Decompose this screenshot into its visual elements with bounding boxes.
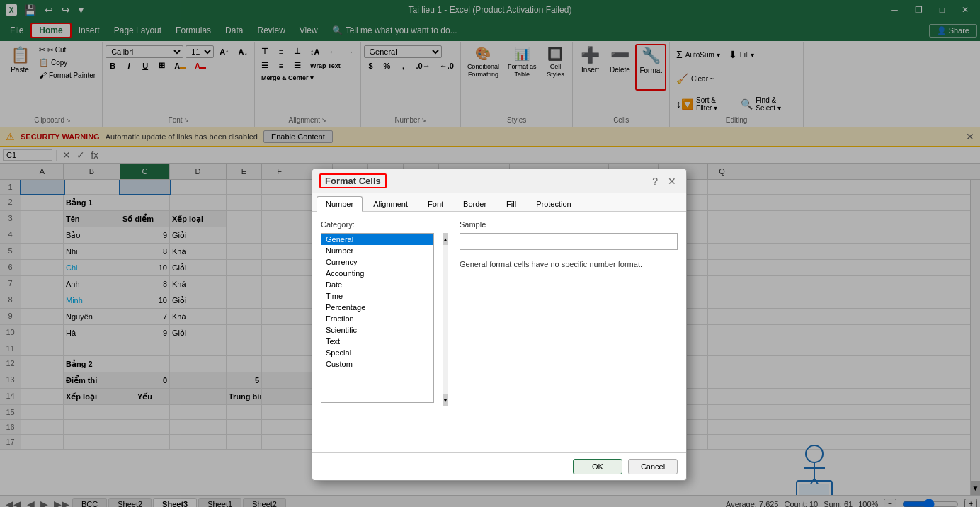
- sample-label: Sample: [460, 220, 678, 229]
- cat-item-percentage[interactable]: Percentage: [321, 302, 433, 313]
- cat-item-text[interactable]: Text: [321, 336, 433, 347]
- dialog-cancel-button[interactable]: Cancel: [628, 459, 678, 474]
- dialog-controls: ? ✕: [649, 174, 679, 188]
- category-label: Category:: [321, 220, 448, 229]
- dialog-footer: OK Cancel: [312, 452, 686, 480]
- cat-item-fraction[interactable]: Fraction: [321, 313, 433, 324]
- dialog-number-content: Category: General Number Currency Accoun…: [321, 220, 678, 418]
- dialog-title: Format Cells: [319, 173, 387, 188]
- cat-item-accounting[interactable]: Accounting: [321, 268, 433, 279]
- sample-box: [460, 233, 678, 250]
- format-details-panel: Sample General format cells have no spec…: [448, 220, 678, 418]
- dialog-title-bar: Format Cells ? ✕: [312, 169, 686, 193]
- cat-scroll-up[interactable]: ▲: [443, 234, 448, 245]
- format-description: General format cells have no specific nu…: [460, 258, 678, 270]
- dialog-body: Category: General Number Currency Accoun…: [312, 212, 686, 452]
- cat-scroll-down[interactable]: ▼: [443, 394, 448, 406]
- dialog-tab-fill[interactable]: Fill: [497, 196, 525, 211]
- category-list[interactable]: General Number Currency Accounting Date …: [321, 233, 434, 403]
- cat-item-number[interactable]: Number: [321, 245, 433, 256]
- cat-item-currency[interactable]: Currency: [321, 256, 433, 268]
- category-scrollbar[interactable]: ▲ ▼: [443, 233, 448, 406]
- category-list-wrapper: General Number Currency Accounting Date …: [321, 233, 448, 406]
- cat-item-custom[interactable]: Custom: [321, 358, 433, 370]
- cat-item-time[interactable]: Time: [321, 290, 433, 302]
- dialog-tab-alignment[interactable]: Alignment: [364, 196, 417, 211]
- cat-item-general[interactable]: General: [321, 234, 433, 245]
- dialog-close-button[interactable]: ✕: [665, 174, 679, 188]
- dialog-tab-border[interactable]: Border: [454, 196, 496, 211]
- category-panel: Category: General Number Currency Accoun…: [321, 220, 448, 418]
- cat-item-scientific[interactable]: Scientific: [321, 324, 433, 336]
- dialog-tab-protection[interactable]: Protection: [527, 196, 581, 211]
- cat-item-date[interactable]: Date: [321, 279, 433, 290]
- dialog-help-button[interactable]: ?: [649, 174, 661, 188]
- cat-item-special[interactable]: Special: [321, 347, 433, 358]
- dialog-tab-number[interactable]: Number: [317, 196, 363, 212]
- dialog-tabs: Number Alignment Font Border Fill Protec…: [312, 193, 686, 212]
- format-cells-dialog: Format Cells ? ✕ Number Alignment Font B…: [312, 169, 687, 481]
- dialog-overlay: Format Cells ? ✕ Number Alignment Font B…: [0, 0, 980, 507]
- dialog-ok-button[interactable]: OK: [573, 459, 622, 474]
- dialog-tab-font[interactable]: Font: [418, 196, 452, 211]
